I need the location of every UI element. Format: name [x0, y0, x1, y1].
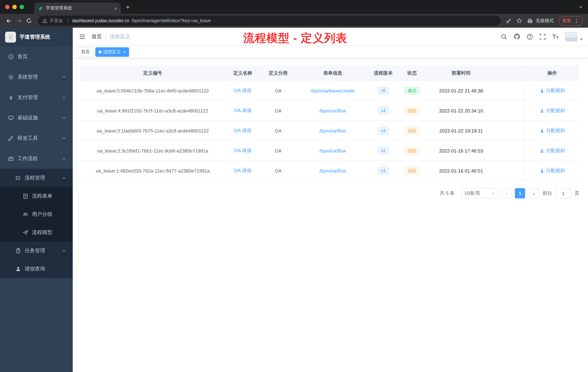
assign-rule-link[interactable]: 分配规则: [539, 107, 565, 114]
form-link[interactable]: /bpm/oa/leave/create: [311, 88, 355, 93]
prev-page-button[interactable]: ‹: [501, 188, 511, 198]
chevron-down-icon: [62, 249, 66, 253]
tag-close-icon[interactable]: ×: [123, 49, 126, 55]
version-badge: v1: [378, 167, 389, 175]
bookmark-star-icon[interactable]: [516, 18, 522, 24]
definition-category: OA: [260, 141, 296, 161]
sidebar-item-system[interactable]: 系统管理: [0, 67, 73, 87]
monitor-icon: [8, 115, 14, 121]
clipboard-icon: [15, 248, 21, 254]
forward-button[interactable]: [14, 18, 24, 24]
zoom-window-button[interactable]: [20, 5, 24, 9]
assign-rule-link[interactable]: 分配规则: [539, 167, 565, 174]
security-warning-icon[interactable]: [42, 18, 47, 23]
chevron-down-icon: [62, 136, 66, 141]
sidebar-item-process-form[interactable]: 流程表单: [0, 187, 73, 205]
page-number-active[interactable]: 1: [515, 188, 525, 198]
form-link[interactable]: /bpm/oa/flow: [319, 108, 346, 113]
address-bar[interactable]: 不安全 dashboard.yudao.iocoder.cn/bpm/manag…: [38, 16, 501, 26]
browser-menu-icon[interactable]: ⋮: [574, 18, 579, 23]
url-domain: dashboard.yudao.iocoder.cn: [72, 18, 129, 23]
pagination-total: 共 5 条: [440, 190, 454, 197]
assign-rule-link[interactable]: 分配规则: [539, 147, 565, 154]
next-page-button[interactable]: ›: [529, 188, 539, 198]
page-size-select[interactable]: 10条/页 ▾: [461, 188, 497, 198]
status-badge: 挂起: [404, 167, 420, 175]
tab-search-icon[interactable]: [578, 5, 583, 9]
reload-button[interactable]: [24, 18, 34, 24]
assign-rule-link[interactable]: 分配规则: [539, 127, 565, 134]
tab-close-icon[interactable]: ×: [114, 5, 117, 11]
definition-name-link[interactable]: OA 请假: [234, 107, 251, 114]
browser-toolbar: 不安全 dashboard.yudao.iocoder.cn/bpm/manag…: [0, 14, 588, 28]
hamburger-icon[interactable]: [79, 33, 86, 40]
sidebar-item-leave-query[interactable]: 请假查询: [0, 260, 73, 278]
sidebar-item-label: 流程管理: [25, 175, 45, 181]
sidebar-item-label: 工作流程: [17, 155, 38, 162]
form-link[interactable]: /bpm/oa/flow: [319, 148, 346, 153]
security-label[interactable]: 不安全: [50, 18, 63, 24]
tag-process-definition[interactable]: 流程定义 ×: [95, 47, 129, 57]
chevron-down-icon: [62, 95, 66, 100]
status-badge: 激活: [404, 87, 420, 95]
help-icon[interactable]: [526, 33, 533, 40]
definition-name-link[interactable]: OA 请假: [234, 147, 251, 154]
version-badge: v2: [378, 147, 389, 155]
sidebar-item-payment[interactable]: ¥ 支付管理: [0, 87, 73, 108]
assign-rule-label: 分配规则: [546, 87, 565, 94]
definition-name-link[interactable]: OA 请假: [234, 127, 251, 134]
table-row: oa_leave:1:482ec033-762a-11ec-8477-a2380…: [80, 161, 579, 181]
avatar-caret-icon[interactable]: ▾: [580, 37, 582, 41]
github-icon[interactable]: [514, 33, 520, 40]
minimize-window-button[interactable]: [12, 5, 17, 9]
update-button[interactable]: 更新 ⋮: [558, 16, 583, 26]
browser-tab[interactable]: 芋道管理系统 ×: [34, 2, 121, 14]
definition-name-link[interactable]: OA 请假: [234, 167, 251, 174]
back-button[interactable]: [4, 18, 14, 24]
definition-name-link[interactable]: OA 请假: [234, 87, 251, 94]
page-content: 定义编号 定义名称 定义分类 表单信息 流程版本 状态 部署时间 操作 oa_l…: [73, 58, 588, 198]
sidebar-item-dev-tools[interactable]: 研发工具: [0, 128, 73, 149]
form-link[interactable]: /bpm/oa/flow: [319, 128, 346, 133]
breadcrumb-home[interactable]: 首页: [92, 33, 102, 40]
sidebar-item-task-management[interactable]: 任务管理: [0, 242, 73, 260]
assign-rule-label: 分配规则: [546, 167, 565, 174]
table-row: oa_leave:5:004b710b-7b8a-11ec-8ef0-acde4…: [80, 81, 579, 101]
fullscreen-icon[interactable]: [539, 33, 546, 40]
chevron-down-icon: [62, 75, 66, 79]
assign-rule-label: 分配规则: [546, 127, 565, 134]
sidebar-item-process-model[interactable]: 流程模型: [0, 223, 73, 242]
column-header: 定义名称: [225, 66, 260, 80]
navbar-actions: ▾: [501, 32, 582, 41]
close-window-button[interactable]: [5, 5, 10, 9]
status-badge: 挂起: [404, 107, 420, 115]
browser-tabstrip: 芋道管理系统 × +: [0, 0, 588, 14]
font-size-icon[interactable]: [552, 33, 559, 40]
tag-home[interactable]: 首页: [78, 47, 93, 57]
window-controls: [0, 5, 29, 9]
form-link[interactable]: /bpm/oa/flow: [319, 168, 346, 174]
password-key-icon[interactable]: [506, 18, 512, 24]
sidebar-item-infrastructure[interactable]: 基础设施: [0, 108, 73, 128]
version-badge: v4: [378, 107, 389, 115]
column-header: 定义分类: [260, 66, 296, 80]
site-favicon: [38, 6, 43, 11]
sidebar-item-workflow[interactable]: 工作流程: [0, 149, 73, 169]
deploy-time: 2022-01-22 20:34:10: [427, 101, 496, 120]
sidebar-item-user-group[interactable]: 用户分组: [0, 205, 73, 223]
search-icon[interactable]: [501, 33, 507, 40]
definition-category: OA: [260, 161, 296, 181]
column-header: 部署时间: [427, 66, 496, 80]
goto-label: 前往: [543, 190, 552, 197]
url-divider: [67, 18, 68, 23]
sidebar-logo[interactable]: 芋道管理系统: [0, 28, 73, 47]
page-size-value: 10条/页: [464, 190, 480, 197]
assign-rule-link[interactable]: 分配规则: [539, 87, 565, 94]
new-tab-button[interactable]: +: [126, 3, 130, 10]
goto-page-input[interactable]: [556, 188, 571, 198]
sidebar-item-home[interactable]: 首页: [0, 47, 73, 67]
tab-title: 芋道管理系统: [46, 5, 111, 11]
sidebar-item-label: 研发工具: [17, 135, 38, 142]
sidebar-item-process-management[interactable]: 流程管理: [0, 169, 73, 187]
avatar[interactable]: [565, 32, 578, 41]
